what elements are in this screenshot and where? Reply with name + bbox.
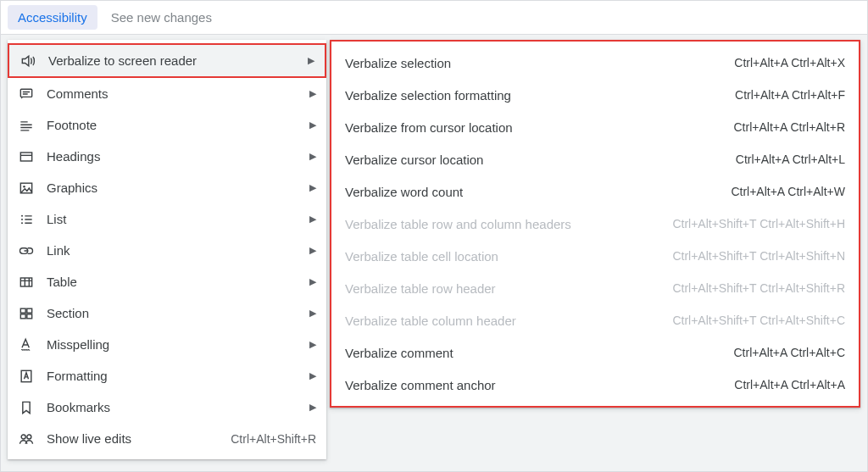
submenu-item-shortcut: Ctrl+Alt+A Ctrl+Alt+F bbox=[735, 88, 845, 102]
submenu-item[interactable]: Verbalize selectionCtrl+Alt+A Ctrl+Alt+X bbox=[331, 47, 859, 79]
menu-item-label: Footnote bbox=[47, 118, 301, 132]
submenu-item-shortcut: Ctrl+Alt+A Ctrl+Alt+R bbox=[734, 120, 846, 134]
chevron-right-icon: ▶ bbox=[309, 182, 316, 193]
link-icon bbox=[18, 242, 35, 259]
submenu-item-shortcut: Ctrl+Alt+Shift+T Ctrl+Alt+Shift+C bbox=[672, 314, 845, 327]
menu-item-list[interactable]: List▶ bbox=[8, 203, 326, 235]
verbalize-submenu: Verbalize selectionCtrl+Alt+A Ctrl+Alt+X… bbox=[330, 40, 860, 408]
menu-item-label: Link bbox=[47, 243, 301, 258]
menu-item-speaker[interactable]: Verbalize to screen reader▶ bbox=[8, 43, 326, 78]
table-icon bbox=[18, 274, 35, 291]
section-icon bbox=[18, 305, 35, 322]
menu-item-label: Bookmarks bbox=[47, 400, 301, 414]
menu-item-footnote[interactable]: Footnote▶ bbox=[8, 109, 326, 141]
submenu-item-label: Verbalize comment anchor bbox=[345, 378, 734, 392]
chevron-right-icon: ▶ bbox=[309, 151, 316, 162]
menu-item-link[interactable]: Link▶ bbox=[8, 235, 326, 266]
submenu-item-shortcut: Ctrl+Alt+A Ctrl+Alt+A bbox=[734, 378, 845, 391]
menu-item-graphics[interactable]: Graphics▶ bbox=[8, 172, 326, 203]
liveedits-icon bbox=[18, 430, 35, 447]
submenu-item-label: Verbalize table row header bbox=[345, 281, 672, 296]
submenu-item[interactable]: Verbalize cursor locationCtrl+Alt+A Ctrl… bbox=[331, 143, 859, 175]
menu-item-label: List bbox=[47, 212, 301, 226]
submenu-item-shortcut: Ctrl+Alt+A Ctrl+Alt+C bbox=[734, 346, 846, 359]
bookmarks-icon bbox=[18, 399, 35, 416]
menu-item-label: Show live edits bbox=[47, 431, 220, 446]
submenu-item[interactable]: Verbalize selection formattingCtrl+Alt+A… bbox=[331, 79, 859, 111]
menu-item-formatting[interactable]: Formatting▶ bbox=[8, 360, 326, 391]
submenu-item-shortcut: Ctrl+Alt+A Ctrl+Alt+W bbox=[731, 185, 845, 198]
content-area: Verbalize to screen reader▶Comments▶Foot… bbox=[1, 35, 867, 471]
menubar: Accessibility See new changes bbox=[1, 1, 867, 35]
submenu-item: Verbalize table column headerCtrl+Alt+Sh… bbox=[331, 304, 859, 336]
headings-icon bbox=[18, 148, 35, 165]
chevron-right-icon: ▶ bbox=[309, 339, 316, 350]
menu-item-section[interactable]: Section▶ bbox=[8, 297, 326, 329]
chevron-right-icon: ▶ bbox=[309, 370, 316, 381]
submenu-item-label: Verbalize from cursor location bbox=[345, 120, 734, 135]
chevron-right-icon: ▶ bbox=[308, 55, 314, 66]
menu-item-label: Formatting bbox=[47, 369, 301, 383]
submenu-item-shortcut: Ctrl+Alt+Shift+T Ctrl+Alt+Shift+H bbox=[672, 217, 845, 230]
submenu-item-label: Verbalize table row and column headers bbox=[345, 217, 672, 231]
menubar-accessibility[interactable]: Accessibility bbox=[8, 5, 97, 30]
submenu-item-label: Verbalize word count bbox=[345, 185, 731, 199]
menu-item-headings[interactable]: Headings▶ bbox=[8, 141, 326, 172]
chevron-right-icon: ▶ bbox=[309, 214, 316, 225]
submenu-item-label: Verbalize selection formatting bbox=[345, 88, 735, 103]
chevron-right-icon: ▶ bbox=[309, 402, 316, 413]
submenu-item-label: Verbalize comment bbox=[345, 346, 734, 360]
misspelling-icon bbox=[18, 336, 35, 353]
submenu-item-label: Verbalize selection bbox=[345, 56, 734, 70]
submenu-item[interactable]: Verbalize from cursor locationCtrl+Alt+A… bbox=[331, 111, 859, 143]
menu-item-shortcut: Ctrl+Alt+Shift+R bbox=[231, 432, 316, 446]
submenu-item: Verbalize table cell locationCtrl+Alt+Sh… bbox=[331, 240, 859, 272]
list-icon bbox=[18, 211, 35, 228]
submenu-item[interactable]: Verbalize commentCtrl+Alt+A Ctrl+Alt+C bbox=[331, 336, 859, 369]
submenu-item: Verbalize table row headerCtrl+Alt+Shift… bbox=[331, 272, 859, 304]
menubar-see-new-changes[interactable]: See new changes bbox=[101, 5, 222, 30]
submenu-item-label: Verbalize cursor location bbox=[345, 153, 736, 167]
chevron-right-icon: ▶ bbox=[309, 119, 316, 130]
graphics-icon bbox=[18, 180, 35, 197]
submenu-item[interactable]: Verbalize word countCtrl+Alt+A Ctrl+Alt+… bbox=[331, 175, 859, 208]
menu-item-label: Headings bbox=[47, 149, 301, 164]
menu-item-label: Section bbox=[47, 306, 301, 320]
submenu-item[interactable]: Verbalize comment anchorCtrl+Alt+A Ctrl+… bbox=[331, 369, 859, 401]
menu-item-label: Verbalize to screen reader bbox=[48, 53, 299, 68]
chevron-right-icon: ▶ bbox=[309, 308, 316, 319]
submenu-item-shortcut: Ctrl+Alt+Shift+T Ctrl+Alt+Shift+R bbox=[672, 281, 845, 295]
comments-icon bbox=[18, 86, 35, 103]
submenu-item-shortcut: Ctrl+Alt+A Ctrl+Alt+L bbox=[736, 153, 845, 166]
accessibility-menu: Verbalize to screen reader▶Comments▶Foot… bbox=[8, 40, 326, 459]
submenu-item-shortcut: Ctrl+Alt+Shift+T Ctrl+Alt+Shift+N bbox=[672, 249, 845, 263]
footnote-icon bbox=[18, 117, 35, 134]
menu-item-comments[interactable]: Comments▶ bbox=[8, 78, 326, 109]
menu-item-liveedits[interactable]: Show live editsCtrl+Alt+Shift+R bbox=[8, 423, 326, 454]
speaker-icon bbox=[19, 53, 36, 69]
menu-item-label: Comments bbox=[47, 86, 301, 101]
submenu-item-shortcut: Ctrl+Alt+A Ctrl+Alt+X bbox=[734, 56, 845, 69]
chevron-right-icon: ▶ bbox=[309, 276, 316, 287]
chevron-right-icon: ▶ bbox=[309, 245, 316, 256]
submenu-item: Verbalize table row and column headersCt… bbox=[331, 208, 859, 240]
formatting-icon bbox=[18, 368, 35, 385]
submenu-item-label: Verbalize table cell location bbox=[345, 249, 672, 264]
menu-item-label: Table bbox=[47, 275, 301, 289]
menu-item-table[interactable]: Table▶ bbox=[8, 266, 326, 297]
menu-item-bookmarks[interactable]: Bookmarks▶ bbox=[8, 391, 326, 423]
chevron-right-icon: ▶ bbox=[309, 88, 316, 99]
menu-item-label: Misspelling bbox=[47, 337, 301, 352]
menu-item-label: Graphics bbox=[47, 180, 301, 195]
submenu-item-label: Verbalize table column header bbox=[345, 314, 672, 328]
menu-item-misspelling[interactable]: Misspelling▶ bbox=[8, 329, 326, 360]
